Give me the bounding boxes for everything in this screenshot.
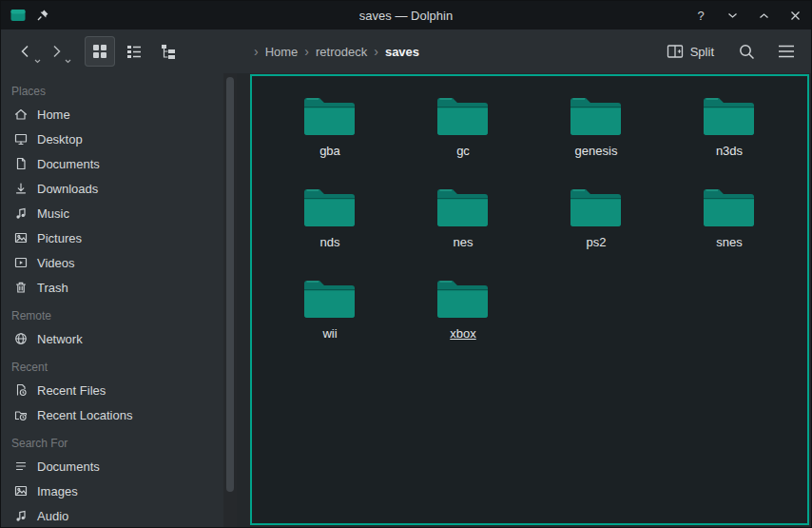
sidebar-item-label: Audio xyxy=(37,509,68,523)
sidebar-item-documents[interactable]: Documents xyxy=(1,151,223,176)
icons-view-button[interactable] xyxy=(85,36,115,67)
document-list-icon xyxy=(13,459,29,474)
search-button[interactable] xyxy=(731,36,762,67)
folder-label: ps2 xyxy=(587,235,607,249)
sidebar-item-desktop[interactable]: Desktop xyxy=(1,127,223,151)
sidebar-item-trash[interactable]: Trash xyxy=(1,275,223,300)
breadcrumb-retrodeck[interactable]: retrodeck xyxy=(316,45,367,59)
breadcrumb-separator-icon: › xyxy=(254,44,259,59)
pin-icon[interactable] xyxy=(36,9,49,22)
folder-label: snes xyxy=(716,235,742,249)
folder-icon xyxy=(300,275,359,323)
folder-label: xbox xyxy=(450,326,475,341)
folder-label: wii xyxy=(322,326,337,341)
sidebar-item-search-audio[interactable]: Audio xyxy=(1,503,223,527)
sidebar-item-pictures[interactable]: Pictures xyxy=(1,225,223,250)
sidebar-section-remote: Remote xyxy=(1,300,223,326)
sidebar-item-label: Recent Files xyxy=(37,383,106,398)
desktop-icon xyxy=(13,131,29,147)
folder-icon xyxy=(434,275,493,323)
folder-item-wii[interactable]: wii xyxy=(263,275,396,366)
forward-arrow-icon xyxy=(47,42,66,61)
audio-icon xyxy=(13,508,29,523)
folder-icon xyxy=(700,184,759,231)
sidebar-item-label: Documents xyxy=(37,157,100,171)
network-icon xyxy=(13,331,29,346)
sidebar-item-label: Network xyxy=(37,332,83,346)
maximize-button[interactable] xyxy=(757,8,770,23)
folder-item-genesis[interactable]: genesis xyxy=(530,92,663,184)
folder-label: genesis xyxy=(575,144,618,158)
recent-locations-icon xyxy=(13,407,29,422)
sidebar-item-label: Documents xyxy=(37,460,100,474)
folder-view: gba gc genesis n3ds nds xyxy=(250,74,809,525)
sidebar-section-places: Places xyxy=(1,82,223,102)
back-button[interactable] xyxy=(10,36,41,67)
folder-icon xyxy=(700,92,759,140)
back-dropdown-icon[interactable] xyxy=(34,59,41,64)
search-icon xyxy=(738,43,756,61)
window-title: saves — Dolphin xyxy=(1,9,811,23)
sidebar-item-label: Music xyxy=(37,206,69,221)
split-button-label: Split xyxy=(690,45,714,59)
folder-icon xyxy=(300,92,359,140)
sidebar-item-downloads[interactable]: Downloads xyxy=(1,176,223,201)
sidebar-item-search-images[interactable]: Images xyxy=(1,479,223,503)
details-view-icon xyxy=(126,43,143,60)
tree-view-button[interactable] xyxy=(153,36,184,67)
help-button[interactable]: ? xyxy=(694,8,707,23)
picture-icon xyxy=(13,230,29,245)
app-icon[interactable] xyxy=(10,9,26,22)
sidebar-item-home[interactable]: Home xyxy=(1,102,223,127)
sidebar-item-videos[interactable]: Videos xyxy=(1,250,223,275)
document-icon xyxy=(13,156,29,171)
places-panel: Places Home Desktop Documents Downloads … xyxy=(1,73,223,527)
folder-icon xyxy=(434,184,493,231)
folder-item-gc[interactable]: gc xyxy=(396,92,530,184)
folder-icon xyxy=(434,92,493,140)
sidebar-item-search-documents[interactable]: Documents xyxy=(1,454,223,479)
close-button[interactable] xyxy=(788,8,802,23)
forward-dropdown-icon[interactable] xyxy=(65,59,71,64)
folder-item-gba[interactable]: gba xyxy=(263,92,396,184)
sidebar-scrollbar-thumb[interactable] xyxy=(226,77,234,492)
back-arrow-icon xyxy=(16,42,35,61)
sidebar-item-music[interactable]: Music xyxy=(1,201,223,225)
folder-item-n3ds[interactable]: n3ds xyxy=(663,92,796,184)
folder-label: n3ds xyxy=(716,144,743,158)
sidebar-item-label: Downloads xyxy=(37,182,98,196)
hamburger-menu-button[interactable] xyxy=(771,36,802,67)
folder-label: gc xyxy=(456,144,470,158)
folder-label: nes xyxy=(454,235,474,249)
forward-button[interactable] xyxy=(41,36,71,67)
tree-view-icon xyxy=(160,43,177,60)
folder-grid: gba gc genesis n3ds nds xyxy=(252,76,807,366)
folder-label: nds xyxy=(320,235,340,249)
folder-item-ps2[interactable]: ps2 xyxy=(530,184,663,275)
details-view-button[interactable] xyxy=(119,36,149,67)
folder-item-nds[interactable]: nds xyxy=(263,184,396,275)
breadcrumb-separator-icon: › xyxy=(374,44,378,59)
folder-icon xyxy=(567,92,626,140)
breadcrumb-saves[interactable]: saves xyxy=(385,45,419,59)
breadcrumb: › Home › retrodeck › saves xyxy=(254,44,419,59)
icons-view-icon xyxy=(91,43,108,60)
folder-item-snes[interactable]: snes xyxy=(663,184,796,275)
sidebar-item-label: Images xyxy=(37,484,78,499)
sidebar-item-recent-files[interactable]: Recent Files xyxy=(1,378,223,402)
video-icon xyxy=(13,255,29,270)
folder-icon xyxy=(300,184,359,231)
breadcrumb-home[interactable]: Home xyxy=(265,45,299,59)
folder-item-nes[interactable]: nes xyxy=(396,184,530,275)
recent-files-icon xyxy=(13,382,29,398)
home-icon xyxy=(13,107,29,122)
minimize-button[interactable] xyxy=(725,8,739,23)
sidebar-item-network[interactable]: Network xyxy=(1,326,223,351)
split-button[interactable]: Split xyxy=(659,36,722,67)
sidebar-item-recent-locations[interactable]: Recent Locations xyxy=(1,402,223,427)
folder-label: gba xyxy=(319,144,340,158)
hamburger-icon xyxy=(778,45,795,58)
toolbar: › Home › retrodeck › saves Split xyxy=(1,29,811,73)
folder-item-xbox[interactable]: xbox xyxy=(396,275,530,366)
trash-icon xyxy=(13,280,29,295)
